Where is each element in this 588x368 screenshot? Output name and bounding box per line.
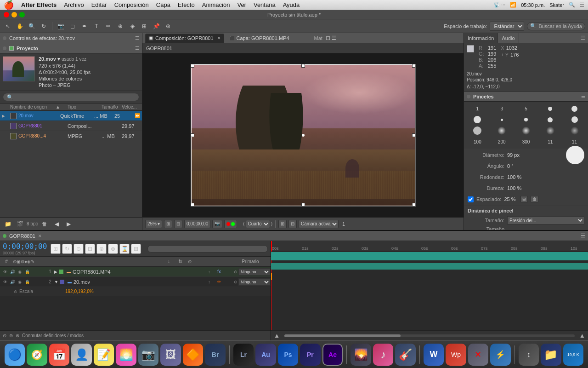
layer2-solo-icon[interactable]: ◉ — [17, 279, 23, 285]
dock-bt[interactable]: ⚡ — [490, 344, 510, 366]
spacing-del-btn[interactable]: 🗑 — [531, 196, 538, 202]
timeline-layer-1[interactable]: 👁 🔊 ◉ 🔒 1 ▶ ▬ GOPR8801.MP4 ↕ — [0, 267, 271, 277]
fit-btn[interactable]: ⊞ — [164, 220, 172, 228]
brush-preset-9b[interactable] — [514, 115, 538, 125]
brushes-menu[interactable]: ☰ — [581, 94, 585, 99]
dock-photos[interactable]: 🌅 — [116, 344, 136, 366]
menu-capa[interactable]: Capa — [156, 1, 170, 8]
project-search-input[interactable] — [3, 93, 139, 101]
brush-preset-13[interactable] — [563, 104, 586, 114]
tool-roto[interactable]: ⊞ — [139, 21, 149, 31]
close-button[interactable] — [4, 12, 9, 17]
layer1-lock-icon[interactable]: 🔒 — [24, 269, 30, 275]
tool-paint[interactable]: ✏ — [103, 21, 113, 31]
dock-bridge[interactable]: Br — [205, 344, 225, 366]
tl-tool-2[interactable]: ↻ — [62, 244, 72, 254]
tool-rotate[interactable]: ↻ — [39, 21, 49, 31]
menu-extras-icon[interactable]: ☰ — [580, 2, 584, 8]
tl-scroll-left[interactable]: ▲ — [274, 332, 280, 339]
brush-preset-5[interactable]: 5 — [514, 104, 538, 114]
size-dyn-select[interactable]: Presión del... — [507, 216, 584, 224]
dock-garageband[interactable]: 🎸 — [395, 344, 415, 366]
tl-tool-8[interactable]: ⊞ — [131, 244, 141, 254]
layer1-expand[interactable]: ▶ — [54, 270, 57, 274]
new-folder-btn[interactable]: 📁 — [3, 219, 13, 229]
nav-prev[interactable]: ◀ — [51, 219, 62, 229]
project-file-row-3[interactable]: GOPR880...4 MPEG ... MB 29,97 — [0, 131, 142, 141]
brush-preset-9[interactable] — [538, 104, 562, 114]
info-tab-info[interactable]: Información — [464, 33, 498, 43]
brush-preset-200[interactable]: 200 — [490, 137, 514, 147]
layer2-lock-icon[interactable]: 🔒 — [24, 279, 30, 285]
brush-preset-17[interactable] — [563, 115, 586, 125]
spacing-extra-btn[interactable]: ⊞ — [520, 196, 528, 202]
quality-select[interactable]: Cuarto — [246, 220, 270, 228]
grid-btn[interactable]: ⊞ — [278, 220, 287, 228]
row1-expand[interactable]: ▶ — [2, 114, 8, 118]
brush-preset-100[interactable]: 100 — [466, 137, 489, 147]
menu-ver[interactable]: Ver — [237, 1, 246, 8]
app-name-menu[interactable]: After Effects — [21, 1, 57, 8]
dock-notes[interactable]: 📝 — [94, 344, 114, 366]
layer2-vis-icon[interactable]: 👁 — [2, 279, 8, 285]
dock-word[interactable]: W — [424, 344, 444, 366]
tl-bottom-btn1[interactable]: ⊙ — [3, 333, 6, 338]
magnification-btn[interactable]: 25% ▾ — [145, 220, 162, 228]
dock-calendar[interactable]: 📅 — [49, 344, 69, 366]
layer1-audio-icon[interactable]: 🔊 — [9, 269, 16, 275]
timeline-close[interactable]: ✕ — [38, 234, 42, 238]
delete-btn[interactable]: 🗑 — [40, 219, 50, 229]
brush-preset-21[interactable] — [466, 126, 489, 136]
layer1-bar[interactable] — [271, 252, 588, 260]
layer1-solo-icon[interactable]: ◉ — [17, 269, 23, 275]
apple-menu[interactable]: 🍎 — [4, 0, 14, 10]
dock-network[interactable]: 19,9 K — [563, 344, 583, 366]
layer2-bar[interactable] — [271, 263, 588, 270]
tl-scrollbar[interactable] — [284, 334, 575, 337]
brush-preset-45[interactable] — [538, 126, 562, 136]
handle-bc[interactable] — [301, 203, 305, 207]
brush-preset-27[interactable] — [490, 126, 514, 136]
camera-select[interactable]: Cámara activa — [299, 220, 339, 228]
project-file-row-1[interactable]: ▶ 20.mov QuickTime ... MB 25 ⏩ — [0, 111, 142, 121]
tl-tool-5[interactable]: ⊚ — [96, 244, 107, 254]
menu-efecto[interactable]: Efecto — [178, 1, 195, 8]
info-panel-menu[interactable]: ☰ — [578, 33, 588, 43]
brush-preset-3[interactable]: 3 — [490, 104, 514, 114]
dock-contacts[interactable]: 👤 — [71, 344, 91, 366]
brush-preset-35[interactable] — [514, 126, 538, 136]
minimize-button[interactable] — [11, 12, 17, 17]
timecode-btn[interactable]: 0;00;00;00 — [184, 220, 210, 228]
menu-ayuda[interactable]: Ayuda — [283, 1, 300, 8]
brush-preset-19[interactable] — [466, 115, 489, 125]
color-btn[interactable] — [224, 220, 237, 228]
layer1-fx-icon[interactable]: fx — [217, 269, 225, 274]
handle-mr[interactable] — [412, 133, 416, 137]
dock-preview[interactable]: 🖼 — [160, 344, 181, 366]
brush-preset-11a[interactable]: 11 — [538, 137, 562, 147]
tool-puppet[interactable]: 📌 — [151, 21, 161, 31]
tool-text[interactable]: T — [91, 21, 102, 31]
dock-finder2[interactable]: 📁 — [541, 344, 561, 366]
dock-photoshop[interactable]: Ps — [278, 344, 298, 366]
dock-premiere[interactable]: Pr — [300, 344, 320, 366]
layer2-expand-btn[interactable]: ▼ — [54, 280, 58, 284]
handle-ml[interactable] — [191, 133, 194, 137]
timeline-menu[interactable]: ☰ — [581, 233, 585, 239]
dock-iphoto[interactable]: 🌄 — [351, 344, 371, 366]
tool-pen[interactable]: ✒ — [79, 21, 90, 31]
timeline-search[interactable] — [147, 245, 268, 253]
timeline-layer-2[interactable]: 👁 🔊 ◉ 🔒 2 ▼ ▬ 20.mov ↕ ✏ — [0, 277, 271, 287]
dock-scroll[interactable]: ↕ — [519, 344, 539, 366]
tl-tool-1[interactable]: ⊞ — [51, 244, 61, 254]
camera-btn[interactable]: 📷 — [212, 220, 222, 228]
comp-tab-close[interactable]: ✕ — [217, 36, 221, 40]
menu-editar[interactable]: Editar — [91, 1, 107, 8]
tool-hand[interactable]: ✋ — [15, 21, 25, 31]
zoom-button[interactable] — [19, 12, 25, 17]
timeline-timecode[interactable]: 0;00;00;00 — [3, 242, 47, 251]
search-help[interactable]: 🔍 Buscar en la Ayuda — [527, 22, 585, 30]
info-tab-audio[interactable]: Audio — [498, 33, 519, 43]
project-file-row-2[interactable]: GOPR8801 Composi... 29,97 — [0, 121, 142, 131]
new-comp-btn[interactable]: 🎬 — [15, 219, 25, 229]
